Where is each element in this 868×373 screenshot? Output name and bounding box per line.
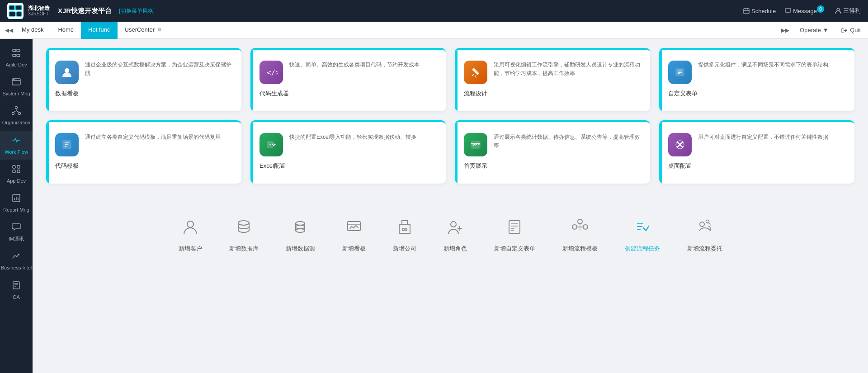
action-add-flow-template[interactable]: 新增流程模板	[549, 211, 611, 260]
sidebar-item-app-dev[interactable]: App Dev	[0, 160, 33, 189]
sidebar-item-im[interactable]: IM通讯	[0, 217, 33, 246]
add-flow-delegate-label: 新增流程委托	[687, 245, 722, 253]
work-flow-icon	[11, 135, 21, 147]
business-intel-icon	[11, 251, 21, 263]
add-role-icon	[446, 218, 464, 240]
svg-point-72	[451, 222, 456, 227]
svg-rect-35	[13, 282, 19, 289]
sidebar-item-agile-dev[interactable]: Agile Dev	[0, 43, 33, 72]
organization-label: Organization	[2, 120, 30, 126]
app-dev-icon	[11, 164, 21, 176]
svg-rect-30	[17, 170, 20, 173]
flow-design-icon	[464, 61, 487, 84]
svg-point-57	[187, 221, 193, 227]
action-create-flow-task[interactable]: 创建流程任务	[611, 211, 674, 260]
quit-btn[interactable]: Quit	[838, 25, 864, 35]
card-data-dashboard[interactable]: 通过企业级的交互式数据解决方案，为企业运营及决策保驾护航 数据看板	[46, 48, 241, 111]
add-custom-form-label: 新增自定义表单	[494, 245, 535, 253]
card-code-generator[interactable]: </> 快速、简单、高效的生成各类项目代码，节约开发成本 代码生成器	[250, 48, 446, 111]
flow-design-desc: 采用可视化编辑工作流引擎，辅助研发人员设计专业的流程功能，节约学习成本，提高工作…	[494, 61, 641, 84]
svg-rect-14	[17, 49, 20, 52]
sidebar-item-work-flow[interactable]: Work Flow	[0, 131, 33, 160]
schedule-btn[interactable]: Schedule	[743, 8, 776, 14]
operate-btn[interactable]: Operate ▼	[796, 25, 832, 35]
add-database-icon	[235, 218, 253, 240]
card-flow-design[interactable]: 采用可视化编辑工作流引擎，辅助研发人员设计专业的流程功能，节约学习成本，提高工作…	[455, 48, 650, 111]
action-add-flow-delegate[interactable]: 新增流程委托	[674, 211, 736, 260]
user-btn[interactable]: 三得利	[835, 7, 861, 15]
svg-rect-0	[9, 5, 14, 10]
action-add-customer[interactable]: 新增客户	[165, 211, 216, 260]
svg-rect-28	[17, 165, 20, 168]
agile-dev-label: Agile Dev	[5, 62, 27, 68]
add-custom-form-icon	[505, 218, 524, 240]
card-homepage-display[interactable]: 通过展示各类统计数据、待办信息、系统公告等，提高管理效率 首页展示	[455, 120, 650, 184]
svg-point-81	[583, 225, 588, 229]
svg-line-41	[472, 74, 474, 76]
code-template-icon	[55, 133, 79, 156]
app-dev-label: App Dev	[7, 178, 26, 184]
menu-switch[interactable]: [切换菜单风格]	[119, 7, 155, 15]
svg-point-22	[12, 113, 14, 115]
homepage-display-icon	[464, 133, 487, 156]
tab-close-icon[interactable]: ⚙	[157, 27, 162, 33]
excel-config-title: Excel配置	[259, 162, 437, 170]
add-customer-icon	[181, 218, 199, 240]
action-add-dashboard[interactable]: 新增看板	[329, 211, 379, 260]
sidebar-item-system-mng[interactable]: System Mng	[0, 72, 33, 101]
svg-point-58	[238, 221, 249, 225]
code-template-desc: 通过建立各类自定义代码模板，满足重复场景的代码复用	[85, 133, 221, 156]
header-right: Schedule Message 0 三得利	[743, 7, 861, 15]
svg-point-60	[296, 225, 305, 229]
logo-area: 湖北智造 XJRSOFT XJR快速开发平台 [切换菜单风格]	[7, 3, 155, 19]
svg-rect-67	[399, 224, 410, 233]
svg-rect-68	[402, 221, 407, 224]
tab-usercenter[interactable]: UserCenter ⚙	[118, 22, 169, 39]
tab-hotfunc[interactable]: Hot func	[81, 22, 117, 39]
card-custom-form[interactable]: 提供多元化组件，满足不同场景不同需求下的表单结构 自定义表单	[659, 48, 854, 111]
tab-mydesk[interactable]: My desk	[14, 22, 51, 39]
organization-icon	[11, 106, 21, 118]
add-flow-delegate-icon	[696, 218, 714, 240]
tab-nav-right[interactable]: ▶▶	[780, 25, 791, 36]
svg-line-25	[13, 111, 16, 113]
sidebar-item-report-mng[interactable]: Report Mng	[0, 189, 33, 217]
im-icon	[11, 222, 21, 234]
action-add-datasource[interactable]: 新增数据源	[272, 211, 329, 260]
action-add-company[interactable]: 新增公司	[379, 211, 430, 260]
svg-rect-16	[17, 54, 20, 57]
svg-rect-70	[402, 228, 404, 231]
message-btn[interactable]: Message 0	[785, 7, 826, 14]
action-add-database[interactable]: 新增数据库	[216, 211, 272, 260]
flow-design-title: 流程设计	[464, 90, 641, 98]
sidebar-item-organization[interactable]: Organization	[0, 101, 33, 130]
svg-point-80	[572, 225, 577, 229]
data-dashboard-desc: 通过企业级的交互式数据解决方案，为企业运营及决策保驾护航	[85, 61, 232, 84]
code-template-title: 代码模板	[55, 162, 232, 170]
main-layout: Agile Dev System Mng Organization Work F…	[0, 39, 868, 373]
svg-rect-64	[348, 222, 360, 231]
card-excel-config[interactable]: 快捷的配置Excel导入功能，轻松实现数据移动、转换 Excel配置	[250, 120, 446, 184]
tab-home[interactable]: Home	[51, 22, 81, 39]
action-add-role[interactable]: 新增角色	[430, 211, 481, 260]
action-add-custom-form[interactable]: 新增自定义表单	[481, 211, 549, 260]
code-generator-title: 代码生成器	[259, 90, 437, 98]
card-code-template[interactable]: 通过建立各类自定义代码模板，满足重复场景的代码复用 代码模板	[46, 120, 241, 184]
sidebar-item-oa[interactable]: OA	[0, 276, 33, 305]
svg-rect-75	[509, 221, 520, 233]
message-badge: 0	[817, 5, 824, 13]
svg-point-21	[15, 107, 18, 109]
svg-rect-2	[9, 12, 15, 16]
card-desktop-config[interactable]: 用户可对桌面进行自定义配置，不错过任何关键性数据 桌面配置	[659, 120, 854, 184]
homepage-display-title: 首页展示	[464, 162, 641, 170]
business-intel-label: Business Intel	[1, 265, 32, 271]
svg-point-23	[19, 113, 21, 115]
tab-nav-left[interactable]: ◀◀	[4, 25, 14, 36]
svg-point-88	[700, 222, 704, 227]
platform-name: XJR快速开发平台	[58, 7, 112, 15]
sidebar: Agile Dev System Mng Organization Work F…	[0, 39, 33, 373]
create-flow-task-icon	[633, 218, 651, 240]
sidebar-item-business-intel[interactable]: Business Intel	[0, 246, 33, 275]
system-mng-icon	[11, 77, 21, 89]
code-generator-desc: 快速、简单、高效的生成各类项目代码，节约开发成本	[289, 61, 420, 84]
